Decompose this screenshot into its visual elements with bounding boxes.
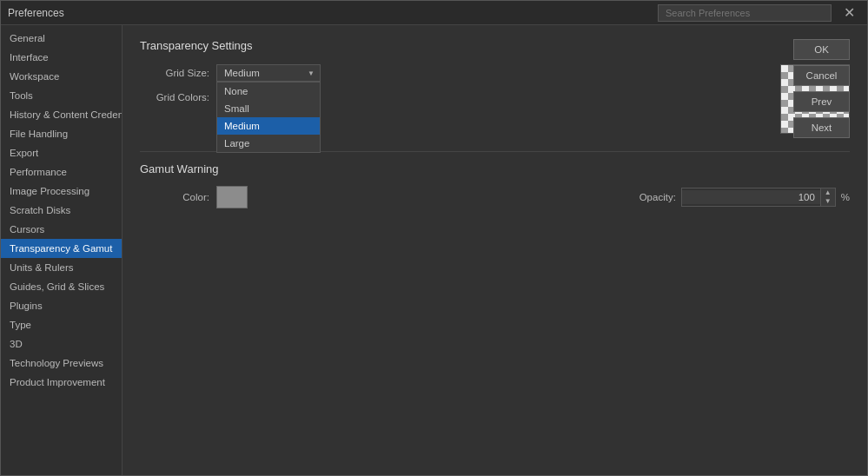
sidebar-item-general[interactable]: General bbox=[1, 29, 122, 48]
opacity-control: ▲ ▼ bbox=[681, 188, 836, 207]
grid-size-row: Grid Size: Medium NoneSmallMediumLarge bbox=[140, 64, 763, 82]
sidebar-item-plugins[interactable]: Plugins bbox=[1, 296, 122, 315]
cancel-button[interactable]: Cancel bbox=[793, 65, 850, 86]
sidebar-item-product-improvement[interactable]: Product Improvement bbox=[1, 373, 122, 392]
percent-sign: % bbox=[841, 192, 850, 202]
sidebar-item-3d[interactable]: 3D bbox=[1, 334, 122, 354]
ok-button[interactable]: OK bbox=[793, 39, 850, 60]
transparency-settings: Grid Size: Medium NoneSmallMediumLarge G… bbox=[140, 64, 850, 134]
titlebar: Preferences ✕ bbox=[1, 1, 867, 25]
dropdown-option-medium[interactable]: Medium bbox=[217, 117, 320, 135]
opacity-up-button[interactable]: ▲ bbox=[820, 188, 835, 197]
sidebar: GeneralInterfaceWorkspaceToolsHistory & … bbox=[1, 25, 123, 475]
preferences-window: Preferences ✕ GeneralInterfaceWorkspaceT… bbox=[0, 0, 868, 476]
sidebar-item-image-processing[interactable]: Image Processing bbox=[1, 182, 122, 201]
sidebar-item-file-handling[interactable]: File Handling bbox=[1, 124, 122, 143]
sidebar-item-interface[interactable]: Interface bbox=[1, 48, 122, 67]
form-area: Grid Size: Medium NoneSmallMediumLarge G… bbox=[140, 64, 763, 134]
action-buttons: OK Cancel Prev Next bbox=[793, 39, 850, 138]
sidebar-item-history[interactable]: History & Content Credentials bbox=[1, 105, 122, 124]
search-input[interactable] bbox=[658, 4, 832, 22]
dropdown-list: NoneSmallMediumLarge bbox=[216, 82, 321, 153]
sidebar-item-tools[interactable]: Tools bbox=[1, 86, 122, 105]
opacity-label: Opacity: bbox=[639, 192, 676, 202]
gamut-title: Gamut Warning bbox=[140, 162, 850, 175]
gamut-row: Color: Opacity: ▲ ▼ % bbox=[140, 186, 850, 208]
sidebar-item-cursors[interactable]: Cursors bbox=[1, 220, 122, 239]
sidebar-item-export[interactable]: Export bbox=[1, 143, 122, 162]
next-button[interactable]: Next bbox=[793, 117, 850, 138]
prev-button[interactable]: Prev bbox=[793, 91, 850, 112]
opacity-arrows: ▲ ▼ bbox=[820, 188, 835, 206]
sidebar-item-guides-grid[interactable]: Guides, Grid & Slices bbox=[1, 277, 122, 296]
sidebar-item-units-rulers[interactable]: Units & Rulers bbox=[1, 258, 122, 277]
dropdown-option-small[interactable]: Small bbox=[217, 100, 320, 117]
sidebar-item-transparency[interactable]: Transparency & Gamut bbox=[1, 239, 122, 258]
gamut-left: Color: bbox=[140, 186, 248, 208]
window-title: Preferences bbox=[8, 7, 64, 19]
opacity-down-button[interactable]: ▼ bbox=[820, 197, 835, 206]
sidebar-item-performance[interactable]: Performance bbox=[1, 162, 122, 182]
opacity-section: Opacity: ▲ ▼ % bbox=[639, 188, 850, 207]
gamut-section: Gamut Warning Color: Opacity: ▲ ▼ bbox=[140, 162, 850, 208]
gamut-color-swatch[interactable] bbox=[216, 186, 248, 208]
transparency-section-title: Transparency Settings bbox=[140, 39, 850, 52]
grid-size-label: Grid Size: bbox=[140, 68, 209, 78]
main-panel: OK Cancel Prev Next Transparency Setting… bbox=[123, 25, 867, 475]
sidebar-item-tech-previews[interactable]: Technology Previews bbox=[1, 354, 122, 373]
content-area: GeneralInterfaceWorkspaceToolsHistory & … bbox=[1, 25, 867, 475]
sidebar-item-scratch-disks[interactable]: Scratch Disks bbox=[1, 201, 122, 220]
titlebar-right: ✕ bbox=[658, 4, 860, 22]
opacity-input[interactable] bbox=[682, 190, 820, 204]
grid-colors-label: Grid Colors: bbox=[140, 92, 209, 102]
close-button[interactable]: ✕ bbox=[838, 4, 860, 22]
grid-size-dropdown[interactable]: Medium bbox=[216, 64, 321, 82]
dropdown-option-large[interactable]: Large bbox=[217, 135, 320, 152]
color-label: Color: bbox=[140, 192, 209, 202]
grid-size-dropdown-wrapper: Medium NoneSmallMediumLarge bbox=[216, 64, 321, 82]
sidebar-item-type[interactable]: Type bbox=[1, 315, 122, 334]
dropdown-option-none[interactable]: None bbox=[217, 83, 320, 100]
sidebar-item-workspace[interactable]: Workspace bbox=[1, 67, 122, 86]
